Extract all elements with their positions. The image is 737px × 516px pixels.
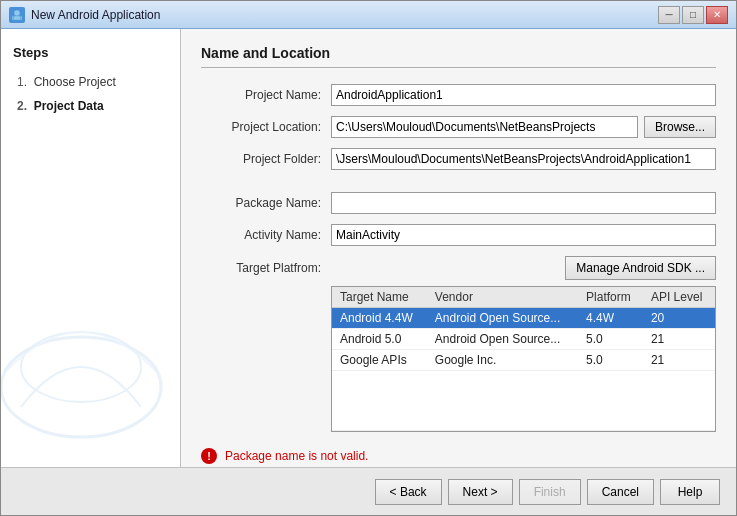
target-table: Target Name Vendor Platform API Level An…	[332, 287, 715, 431]
sidebar-title: Steps	[13, 45, 168, 60]
sidebar-item-choose-project[interactable]: 1. Choose Project	[13, 72, 168, 92]
project-name-row: Project Name:	[201, 84, 716, 106]
project-name-input[interactable]	[331, 84, 716, 106]
content-area: Steps 1. Choose Project 2. Project Data …	[1, 29, 736, 467]
table-header-row: Target Name Vendor Platform API Level	[332, 287, 715, 308]
table-row[interactable]: Android 5.0 Android Open Source... 5.0 2…	[332, 329, 715, 350]
cell-api: 21	[643, 329, 715, 350]
error-message: Package name is not valid.	[225, 449, 368, 463]
step-2-number: 2.	[17, 99, 30, 113]
close-button[interactable]: ✕	[706, 6, 728, 24]
table-row-empty	[332, 371, 715, 431]
col-platform: Platform	[578, 287, 643, 308]
target-platform-row: Target Platfrom: Manage Android SDK ...	[201, 256, 716, 280]
svg-point-0	[14, 10, 20, 16]
cell-vendor: Google Inc.	[427, 350, 578, 371]
project-location-input[interactable]	[331, 116, 638, 138]
package-name-row: Package Name:	[201, 192, 716, 214]
activity-name-row: Activity Name:	[201, 224, 716, 246]
step-1-label: Choose Project	[34, 75, 116, 89]
table-row[interactable]: Android 4.4W Android Open Source... 4.4W…	[332, 308, 715, 329]
main-panel: Name and Location Project Name: Project …	[181, 29, 736, 467]
cancel-button[interactable]: Cancel	[587, 479, 654, 505]
step-2-label: Project Data	[34, 99, 104, 113]
help-button[interactable]: Help	[660, 479, 720, 505]
target-platform-label: Target Platfrom:	[201, 261, 331, 275]
next-button[interactable]: Next >	[448, 479, 513, 505]
table-row[interactable]: Google APIs Google Inc. 5.0 21	[332, 350, 715, 371]
package-name-label: Package Name:	[201, 196, 331, 210]
cell-target-name: Android 5.0	[332, 329, 427, 350]
project-folder-label: Project Folder:	[201, 152, 331, 166]
project-folder-input[interactable]	[331, 148, 716, 170]
finish-button[interactable]: Finish	[519, 479, 581, 505]
manage-sdk-button[interactable]: Manage Android SDK ...	[565, 256, 716, 280]
package-name-input[interactable]	[331, 192, 716, 214]
minimize-button[interactable]: ─	[658, 6, 680, 24]
project-location-row: Project Location: Browse...	[201, 116, 716, 138]
target-table-row: Target Name Vendor Platform API Level An…	[201, 286, 716, 432]
window-title: New Android Application	[31, 8, 658, 22]
activity-name-label: Activity Name:	[201, 228, 331, 242]
error-icon: !	[201, 448, 217, 464]
cell-vendor: Android Open Source...	[427, 308, 578, 329]
target-table-wrapper: Target Name Vendor Platform API Level An…	[331, 286, 716, 432]
cell-platform: 4.4W	[578, 308, 643, 329]
maximize-button[interactable]: □	[682, 6, 704, 24]
cell-api: 20	[643, 308, 715, 329]
footer: < Back Next > Finish Cancel Help	[1, 467, 736, 515]
cell-target-name: Android 4.4W	[332, 308, 427, 329]
cell-vendor: Android Open Source...	[427, 329, 578, 350]
col-api-level: API Level	[643, 287, 715, 308]
cell-platform: 5.0	[578, 329, 643, 350]
target-section: Target Platfrom: Manage Android SDK ... …	[201, 256, 716, 432]
project-location-label: Project Location:	[201, 120, 331, 134]
project-name-label: Project Name:	[201, 88, 331, 102]
app-icon	[9, 7, 25, 23]
title-buttons: ─ □ ✕	[658, 6, 728, 24]
section-title: Name and Location	[201, 45, 716, 68]
project-folder-row: Project Folder:	[201, 148, 716, 170]
col-vendor: Vendor	[427, 287, 578, 308]
sidebar-item-project-data[interactable]: 2. Project Data	[13, 96, 168, 116]
step-1-number: 1.	[17, 75, 30, 89]
back-button[interactable]: < Back	[375, 479, 442, 505]
main-window: New Android Application ─ □ ✕ Steps 1. C…	[0, 0, 737, 516]
cell-api: 21	[643, 350, 715, 371]
activity-name-input[interactable]	[331, 224, 716, 246]
browse-button[interactable]: Browse...	[644, 116, 716, 138]
col-target-name: Target Name	[332, 287, 427, 308]
sidebar: Steps 1. Choose Project 2. Project Data	[1, 29, 181, 467]
cell-platform: 5.0	[578, 350, 643, 371]
svg-point-4	[1, 337, 161, 437]
sidebar-watermark	[1, 267, 181, 447]
title-bar: New Android Application ─ □ ✕	[1, 1, 736, 29]
cell-target-name: Google APIs	[332, 350, 427, 371]
error-section: ! Package name is not valid.	[201, 442, 716, 467]
